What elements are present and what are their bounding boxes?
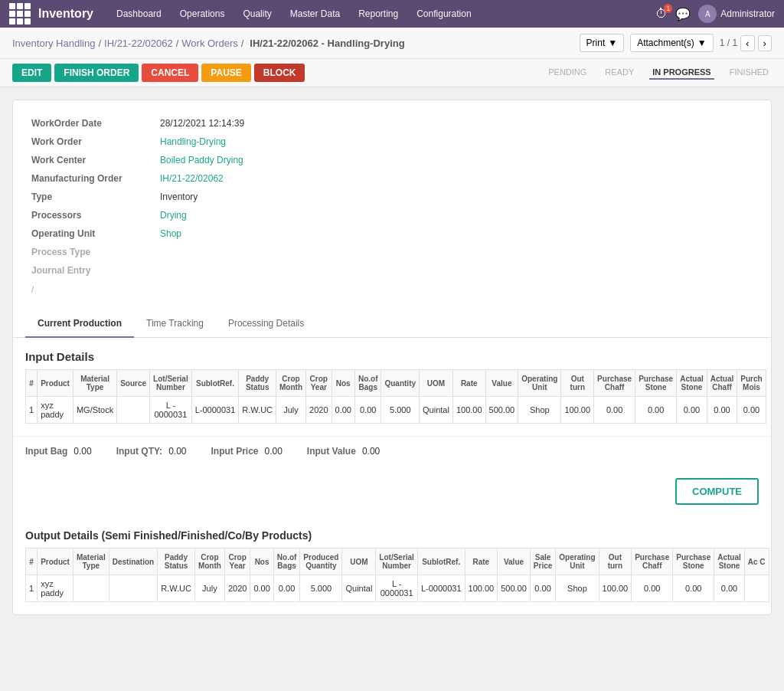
value-work-order[interactable]: Handling-Drying [160,134,753,149]
input-table-header: # Product MaterialType Source Lot/Serial… [26,370,766,397]
attachments-button[interactable]: Attachment(s) ▼ [630,34,714,52]
input-summary: Input Bag 0.00 Input QTY: 0.00 Input Pri… [13,436,771,466]
app-title: Inventory [38,7,93,21]
out-cell-product: xyzpaddy [38,575,74,602]
label-work-order: Work Order [31,134,154,149]
out-cell-material-type [73,575,109,602]
nav-reporting[interactable]: Reporting [351,2,406,25]
out-cell-operating-unit: Shop [556,575,599,602]
chat-icon[interactable]: 💬 [675,7,691,21]
output-table-wrapper: # Product MaterialType Destination Paddy… [13,548,771,614]
tab-processing-details[interactable]: Processing Details [216,310,316,338]
notification-badge: 1 [664,4,672,13]
cell-actual-stone: 0.00 [677,397,707,424]
nav-configuration[interactable]: Configuration [409,2,479,25]
compute-button[interactable]: COMPUTE [675,478,759,505]
breadcrumb-work-orders[interactable]: Work Orders [181,38,237,49]
col-paddy-status: PaddyStatus [239,370,276,397]
app-icon[interactable] [9,3,31,25]
nav-links: Dashboard Operations Quality Master Data… [109,2,655,25]
output-table: # Product MaterialType Destination Paddy… [25,548,769,602]
col-nos: Nos [332,370,354,397]
cell-purchase-mois: 0.00 [737,397,766,424]
out-cell-num: 1 [26,575,38,602]
summary-input-price: Input Price 0.00 [211,446,282,457]
main-content: WorkOrder Date 28/12/2021 12:14:39 Work … [0,87,784,640]
breadcrumb-actions: Print ▼ Attachment(s) ▼ 1 / 1 ‹ › [580,34,772,52]
form-separator: / [31,284,753,295]
out-cell-purchase-chaff: 0.00 [632,575,673,602]
nav-operations[interactable]: Operations [172,2,233,25]
breadcrumb: Inventory Handling / IH/21-22/02062 / Wo… [12,38,408,49]
input-details-title: Input Details [13,338,771,369]
status-bar: PENDING READY IN PROGRESS FINISHED [545,66,772,80]
label-operating-unit: Operating Unit [31,226,154,241]
nav-quality[interactable]: Quality [235,2,279,25]
out-col-value: Value [498,549,531,575]
print-button[interactable]: Print ▼ [580,34,625,52]
value-mfg-order[interactable]: IH/21-22/02062 [160,171,753,186]
out-col-num: # [26,549,38,575]
pause-button[interactable]: PAUSE [201,64,250,82]
out-cell-crop-year: 2020 [224,575,250,602]
out-col-rate: Rate [465,549,498,575]
input-value-label: Input Value [307,446,356,457]
value-operating-unit[interactable]: Shop [160,226,753,241]
col-operating-unit: OperatingUnit [518,370,561,397]
cell-sublot-ref: L-0000031 [191,397,239,424]
col-num: # [26,370,38,397]
out-cell-actual-stone: 0.00 [714,575,745,602]
tab-time-tracking[interactable]: Time Tracking [134,310,216,338]
finish-order-button[interactable]: FINISH ORDER [54,64,139,82]
label-process-type: Process Type [31,244,154,260]
col-actual-chaff: ActualChaff [707,370,737,397]
user-avatar: A [698,5,717,23]
cancel-button[interactable]: CANCEL [142,64,198,82]
out-col-nos: Nos [250,549,273,575]
pager-text: 1 / 1 [720,38,737,48]
pager-next[interactable]: › [758,35,772,51]
cell-crop-month: July [276,397,306,424]
nav-dashboard[interactable]: Dashboard [109,2,169,25]
col-uom: UOM [420,370,453,397]
breadcrumb-current: IH/21-22/02062 - Handling-Drying [250,38,404,49]
col-crop-year: CropYear [306,370,332,397]
input-bag-label: Input Bag [25,446,67,457]
user-name: Administrator [720,8,775,19]
value-work-center[interactable]: Boiled Paddy Drying [160,152,753,168]
user-menu[interactable]: A Administrator [698,5,775,23]
breadcrumb-ih[interactable]: IH/21-22/02062 [104,38,173,49]
label-processors: Processors [31,208,154,223]
cell-uom: Quintal [420,397,453,424]
input-bag-value: 0.00 [74,446,91,457]
cell-value: 500.00 [485,397,518,424]
summary-input-bag: Input Bag 0.00 [25,446,92,457]
tab-current-production[interactable]: Current Production [25,310,134,338]
cell-actual-chaff: 0.00 [707,397,737,424]
out-col-crop-month: CropMonth [194,549,224,575]
edit-button[interactable]: EDIT [12,64,51,82]
out-cell-rate: 100.00 [465,575,498,602]
col-product: Product [38,370,74,397]
nav-master-data[interactable]: Master Data [283,2,348,25]
notification-icon[interactable]: ⏱ 1 [655,7,668,21]
pager-prev[interactable]: ‹ [740,35,754,51]
out-col-operating-unit: OperatingUnit [556,549,599,575]
value-processors[interactable]: Drying [160,208,753,223]
col-material-type: MaterialType [73,370,116,397]
pager: 1 / 1 ‹ › [720,35,772,51]
value-workorder-date: 28/12/2021 12:14:39 [160,116,753,131]
status-in-progress: IN PROGRESS [649,66,714,80]
breadcrumb-inventory-handling[interactable]: Inventory Handling [12,38,95,49]
cell-quantity: 5.000 [381,397,420,424]
input-value-value: 0.00 [362,446,380,457]
col-outturn: Outturn [561,370,594,397]
label-mfg-order: Manufacturing Order [31,171,154,186]
out-cell-purchase-stone: 0.00 [673,575,714,602]
input-price-value: 0.00 [265,446,283,457]
col-purchase-mois: PurchMois [737,370,766,397]
col-purchase-chaff: PurchaseChaff [594,370,635,397]
cell-crop-year: 2020 [306,397,332,424]
block-button[interactable]: BLOCK [254,64,305,82]
label-type: Type [31,189,154,205]
